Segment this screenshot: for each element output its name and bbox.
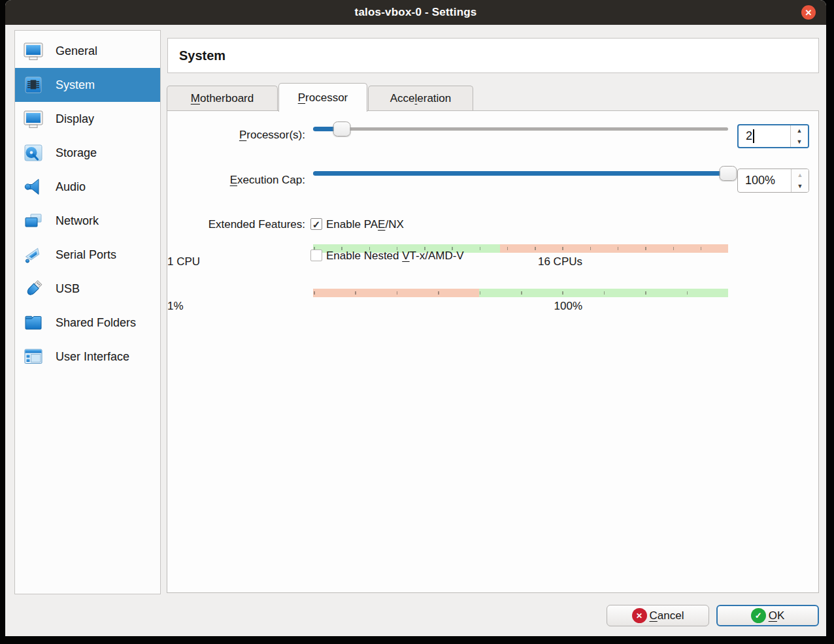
processors-slider [313, 121, 728, 137]
tick-marks [314, 291, 727, 295]
sidebar-item-label: Storage [56, 146, 97, 160]
folder-icon [22, 312, 44, 334]
sidebar-item-user-interface[interactable]: User Interface [15, 340, 160, 374]
window-title: talos-vbox-0 - Settings [355, 6, 477, 19]
tab-label: Acceleration [390, 92, 452, 105]
display-icon [22, 108, 44, 130]
sidebar-item-label: Serial Ports [56, 248, 116, 262]
extended-features-label: Extended Features: [167, 218, 305, 231]
max-label: 16 CPUs [538, 255, 582, 268]
network-icon [22, 210, 44, 232]
sidebar-item-storage[interactable]: Storage [15, 136, 160, 170]
max-label: 100% [554, 300, 582, 313]
titlebar[interactable]: talos-vbox-0 - Settings ✕ [5, 0, 826, 25]
processor-tab-panel: Processor(s): 1 CPU 16 CPUs 2 ▲ ▼ E [167, 110, 819, 593]
sidebar-item-label: General [56, 44, 97, 58]
slider-fill [313, 171, 728, 176]
sidebar-item-label: USB [56, 282, 80, 296]
sidebar-item-label: Network [56, 214, 99, 228]
enable-pae-nx-label[interactable]: Enable PAE/NX [326, 218, 404, 231]
sidebar-item-serial-ports[interactable]: Serial Ports [15, 238, 160, 272]
enable-pae-nx-checkbox[interactable]: ✓ [310, 218, 322, 230]
execution-cap-scale-band [313, 289, 728, 297]
sidebar-item-label: Shared Folders [56, 316, 136, 330]
text-cursor [753, 129, 754, 143]
tab-motherboard[interactable]: Motherboard [167, 86, 278, 111]
execution-cap-slider [313, 165, 728, 181]
slider-handle[interactable] [720, 166, 737, 181]
window-ui-icon [22, 346, 44, 368]
processors-spinbox[interactable]: 2 ▲ ▼ [737, 124, 809, 148]
harddisk-icon [22, 142, 44, 164]
spin-down-icon[interactable]: ▼ [791, 137, 808, 148]
sidebar-item-label: Display [56, 112, 94, 126]
ok-check-icon: ✓ [751, 608, 766, 623]
slider-groove[interactable] [313, 127, 728, 131]
cancel-cross-icon: ✕ [632, 608, 647, 623]
slider-handle[interactable] [333, 121, 351, 137]
enable-nested-vtx-label[interactable]: Enable Nested VT-x/AMD-V [326, 250, 464, 263]
tab-label: Processor [298, 91, 348, 105]
cancel-button-label: Cancel [650, 609, 684, 622]
spin-buttons: ▲ ▼ [791, 169, 809, 192]
chip-icon [22, 74, 44, 96]
min-label: 1% [167, 300, 184, 313]
processors-value[interactable]: 2 [739, 125, 790, 147]
ok-button[interactable]: ✓ OK [716, 605, 819, 626]
sidebar-item-display[interactable]: Display [15, 102, 160, 136]
sidebar-item-general[interactable]: General [15, 34, 160, 68]
enable-nested-vtx-checkbox[interactable] [310, 250, 322, 261]
processors-label: Processor(s): [167, 129, 305, 142]
close-button[interactable]: ✕ [801, 5, 816, 20]
spin-up-icon[interactable]: ▲ [792, 169, 809, 181]
close-icon: ✕ [805, 8, 812, 17]
sidebar-item-audio[interactable]: Audio [15, 170, 160, 204]
checkmark-icon: ✓ [312, 219, 321, 229]
min-label: 1 CPU [167, 255, 200, 268]
page-header: System [167, 38, 819, 73]
tab-label: Motherboard [191, 92, 254, 105]
usb-plug-icon [22, 278, 44, 300]
execution-cap-label: Execution Cap: [167, 174, 305, 187]
sidebar-item-label: Audio [56, 180, 86, 194]
sidebar-item-label: User Interface [56, 350, 129, 364]
sidebar-item-shared-folders[interactable]: Shared Folders [15, 306, 160, 340]
tab-acceleration[interactable]: Acceleration [368, 86, 473, 111]
sidebar-item-usb[interactable]: USB [15, 272, 160, 306]
settings-window: talos-vbox-0 - Settings ✕ General System… [5, 0, 826, 636]
cancel-button[interactable]: ✕ Cancel [607, 605, 709, 626]
execution-cap-value[interactable]: 100% [738, 169, 791, 192]
sidebar-item-system[interactable]: System [15, 68, 160, 102]
monitor-icon [22, 40, 44, 62]
settings-category-list: General System Display Storage Audio [14, 30, 161, 594]
tab-processor[interactable]: Processor [278, 83, 367, 112]
ok-button-label: OK [769, 609, 785, 622]
serial-connector-icon [22, 244, 44, 266]
speaker-icon [22, 176, 44, 198]
spin-up-icon[interactable]: ▲ [791, 125, 808, 137]
spin-buttons: ▲ ▼ [790, 125, 808, 147]
execution-cap-range-labels: 1% 100% [167, 300, 582, 313]
spin-down-icon[interactable]: ▼ [792, 181, 809, 193]
execution-cap-spinbox[interactable]: 100% ▲ ▼ [737, 169, 809, 193]
page-title: System [179, 48, 225, 63]
sidebar-item-network[interactable]: Network [15, 204, 160, 238]
sidebar-item-label: System [56, 78, 95, 92]
